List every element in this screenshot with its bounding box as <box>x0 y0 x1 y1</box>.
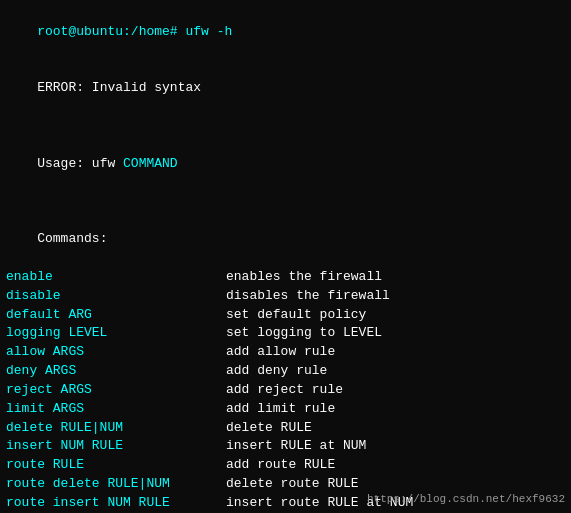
commands-label: Commands: <box>6 211 565 268</box>
cmd-name: logging LEVEL <box>6 324 226 343</box>
terminal-window: root@ubuntu:/home# ufw -h ERROR: Invalid… <box>0 0 571 513</box>
table-row: reject ARGSadd reject rule <box>6 381 565 400</box>
cmd-description: add reject rule <box>226 381 565 400</box>
cmd-description: add limit rule <box>226 400 565 419</box>
table-row: logging LEVELset logging to LEVEL <box>6 324 565 343</box>
cmd-description: delete RULE <box>226 419 565 438</box>
table-row: default ARGset default policy <box>6 306 565 325</box>
blank-line-1 <box>6 117 565 136</box>
table-row: deny ARGSadd deny rule <box>6 362 565 381</box>
cmd-description: set default policy <box>226 306 565 325</box>
cmd-description: delete route RULE <box>226 475 565 494</box>
cmd-name: reject ARGS <box>6 381 226 400</box>
cmd-name: limit ARGS <box>6 400 226 419</box>
cmd-name: route RULE <box>6 456 226 475</box>
table-row: route RULEadd route RULE <box>6 456 565 475</box>
table-row: limit ARGSadd limit rule <box>6 400 565 419</box>
cmd-name: insert NUM RULE <box>6 437 226 456</box>
cmd-name: delete RULE|NUM <box>6 419 226 438</box>
usage-text: Usage: ufw <box>37 156 123 171</box>
cmd-description: add allow rule <box>226 343 565 362</box>
cmd-description: insert RULE at NUM <box>226 437 565 456</box>
cmd-name: allow ARGS <box>6 343 226 362</box>
prompt-text: root@ubuntu:/home# ufw -h <box>37 24 232 39</box>
cmd-description: add deny rule <box>226 362 565 381</box>
table-row: disabledisables the firewall <box>6 287 565 306</box>
cmd-description: enables the firewall <box>226 268 565 287</box>
cmd-name: deny ARGS <box>6 362 226 381</box>
cmd-description: disables the firewall <box>226 287 565 306</box>
table-row: insert NUM RULEinsert RULE at NUM <box>6 437 565 456</box>
cmd-name: disable <box>6 287 226 306</box>
cmd-name: default ARG <box>6 306 226 325</box>
cmd-name: route insert NUM RULE <box>6 494 226 513</box>
cmd-name: enable <box>6 268 226 287</box>
error-line: ERROR: Invalid syntax <box>6 61 565 118</box>
blank-line-2 <box>6 192 565 211</box>
cmd-description: add route RULE <box>226 456 565 475</box>
cmd-name: route delete RULE|NUM <box>6 475 226 494</box>
watermark: https://blog.csdn.net/hexf9632 <box>367 493 565 505</box>
cmd-description: set logging to LEVEL <box>226 324 565 343</box>
table-row: delete RULE|NUMdelete RULE <box>6 419 565 438</box>
table-row: route delete RULE|NUMdelete route RULE <box>6 475 565 494</box>
commands-table: enableenables the firewall disabledisabl… <box>6 268 565 513</box>
usage-line: Usage: ufw COMMAND <box>6 136 565 193</box>
table-row: enableenables the firewall <box>6 268 565 287</box>
usage-command: COMMAND <box>123 156 178 171</box>
error-text: ERROR: Invalid syntax <box>37 80 201 95</box>
input-line: root@ubuntu:/home# ufw -h <box>6 4 565 61</box>
table-row: allow ARGSadd allow rule <box>6 343 565 362</box>
